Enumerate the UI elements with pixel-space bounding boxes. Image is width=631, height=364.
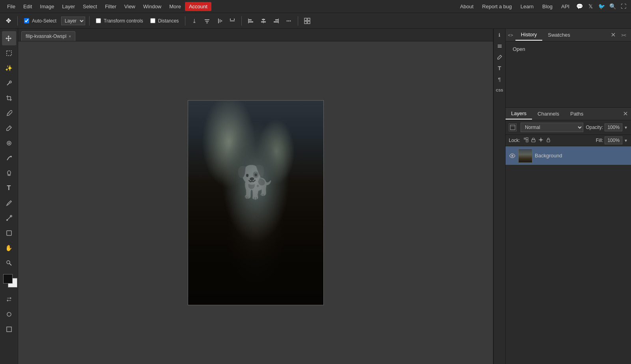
menu-window[interactable]: Window xyxy=(139,2,165,11)
opacity-value[interactable]: 100% xyxy=(605,123,622,131)
info-icon[interactable]: ℹ xyxy=(495,30,504,40)
tool-eyedropper[interactable] xyxy=(2,106,16,120)
css-icon[interactable]: CSS xyxy=(495,86,504,95)
tool-pen[interactable] xyxy=(2,196,16,210)
svg-line-28 xyxy=(11,80,11,81)
history-item-open[interactable]: Open xyxy=(510,45,626,54)
history-panel-close[interactable] xyxy=(608,32,619,38)
auto-select-dropdown[interactable]: Layer xyxy=(61,17,85,25)
svg-point-40 xyxy=(7,171,11,175)
tool-screen-mode[interactable] xyxy=(2,322,16,336)
menu-learn[interactable]: Learn xyxy=(517,2,537,11)
tool-quick-mask[interactable] xyxy=(2,307,16,321)
menu-more[interactable]: More xyxy=(165,2,185,11)
tool-text[interactable]: T xyxy=(2,181,16,195)
tabs-bar: filip-kvasnak-Owspl × xyxy=(18,29,493,41)
transform-controls-toggle[interactable]: Transform controls xyxy=(93,17,146,25)
main-area: ✨ T xyxy=(0,29,631,364)
menu-account[interactable]: Account xyxy=(185,2,211,11)
tool-shape[interactable] xyxy=(2,226,16,240)
transform-controls-checkbox[interactable] xyxy=(96,18,101,23)
svg-rect-15 xyxy=(275,19,278,21)
tool-switch-colors[interactable] xyxy=(2,292,16,306)
lock-transparent-icon[interactable] xyxy=(523,137,528,144)
settings-icon[interactable] xyxy=(495,41,504,51)
opacity-chevron[interactable]: ▼ xyxy=(624,125,628,130)
distribute-icon[interactable] xyxy=(227,16,237,26)
history-tab[interactable]: History xyxy=(515,29,542,41)
toolbar-separator-1 xyxy=(17,16,18,26)
reddit-icon[interactable]: 💬 xyxy=(575,2,584,11)
tool-brush[interactable] xyxy=(2,121,16,135)
channels-tab[interactable]: Channels xyxy=(532,108,565,119)
menu-right: About Report a bug Learn Blog API 💬 𝕏 🐦 … xyxy=(457,2,628,11)
layers-panel-close[interactable] xyxy=(620,111,631,117)
align-center-v-icon[interactable] xyxy=(258,16,269,26)
document-tab-close[interactable]: × xyxy=(69,34,71,39)
fill-value[interactable]: 100% xyxy=(605,136,622,144)
menu-file[interactable]: File xyxy=(3,2,19,11)
twitter-icon[interactable]: 𝕏 xyxy=(586,2,595,11)
type-icon[interactable]: T xyxy=(495,63,504,73)
dog-photo xyxy=(188,101,323,305)
menu-about[interactable]: About xyxy=(457,2,477,11)
layers-tab[interactable]: Layers xyxy=(506,108,532,119)
tool-move[interactable] xyxy=(2,31,16,45)
foreground-color-swatch[interactable] xyxy=(3,274,13,284)
svg-rect-58 xyxy=(510,125,515,130)
menu-image[interactable]: Image xyxy=(36,2,58,11)
right-panel: <> History Swatches >< Open Layers C xyxy=(505,29,631,364)
align-left-icon[interactable] xyxy=(246,16,256,26)
lock-pixels-icon[interactable] xyxy=(531,137,536,144)
grid-icon[interactable] xyxy=(302,16,312,26)
layer-item-background[interactable]: Background xyxy=(506,146,631,165)
menu-view[interactable]: View xyxy=(120,2,139,11)
move-tool-icon[interactable]: ✥ xyxy=(3,16,13,26)
menu-layer[interactable]: Layer xyxy=(58,2,79,11)
tool-magic-wand[interactable] xyxy=(2,76,16,90)
search-icon[interactable]: 🔍 xyxy=(608,2,617,11)
menu-blog[interactable]: Blog xyxy=(539,2,556,11)
align-v-icon[interactable] xyxy=(215,16,225,26)
svg-line-41 xyxy=(7,175,8,175)
align-download-icon[interactable]: ⤓ xyxy=(189,16,200,26)
layer-visibility-eye[interactable] xyxy=(509,152,516,159)
menu-api[interactable]: API xyxy=(558,2,573,11)
paragraph-icon[interactable]: ¶ xyxy=(495,75,504,84)
menu-filter[interactable]: Filter xyxy=(101,2,120,11)
facebook-icon[interactable]: 🐦 xyxy=(597,2,606,11)
layers-panel: Layers Channels Paths Normal xyxy=(506,108,631,364)
tool-dodge[interactable] xyxy=(2,166,16,180)
distances-checkbox[interactable] xyxy=(150,18,155,23)
menu-select[interactable]: Select xyxy=(79,2,101,11)
tool-crop[interactable] xyxy=(2,91,16,105)
auto-select-toggle[interactable]: Auto-Select xyxy=(22,17,59,25)
tool-hand[interactable]: ✋ xyxy=(2,241,16,255)
blend-mode-select[interactable]: Normal xyxy=(521,123,583,132)
fullscreen-icon[interactable]: ⛶ xyxy=(619,2,628,11)
tool-path-select[interactable] xyxy=(2,211,16,225)
paths-tab[interactable]: Paths xyxy=(565,108,589,119)
align-right-icon[interactable] xyxy=(271,16,281,26)
canvas[interactable] xyxy=(18,41,493,364)
auto-select-checkbox[interactable] xyxy=(24,18,29,23)
lock-all-icon[interactable] xyxy=(546,137,551,144)
more-options-icon[interactable] xyxy=(284,16,294,26)
document-tab[interactable]: filip-kvasnak-Owspl × xyxy=(21,31,75,41)
svg-rect-0 xyxy=(205,19,209,20)
history-collapse-left[interactable]: <> xyxy=(506,33,515,37)
menu-edit[interactable]: Edit xyxy=(19,2,36,11)
align-h-center-icon[interactable] xyxy=(202,16,212,26)
tool-lasso[interactable]: ✨ xyxy=(2,61,16,75)
tool-heal[interactable] xyxy=(2,136,16,150)
history-expand-right[interactable]: >< xyxy=(619,33,629,37)
lock-position-icon[interactable] xyxy=(538,137,543,144)
brush-settings-icon[interactable] xyxy=(495,52,504,62)
tool-smudge[interactable] xyxy=(2,151,16,165)
fill-chevron[interactable]: ▼ xyxy=(624,138,628,143)
menu-report-bug[interactable]: Report a bug xyxy=(479,2,515,11)
distances-toggle[interactable]: Distances xyxy=(148,17,181,25)
swatches-tab[interactable]: Swatches xyxy=(542,30,575,40)
tool-select-marquee[interactable] xyxy=(2,46,16,60)
tool-zoom[interactable] xyxy=(2,256,16,270)
